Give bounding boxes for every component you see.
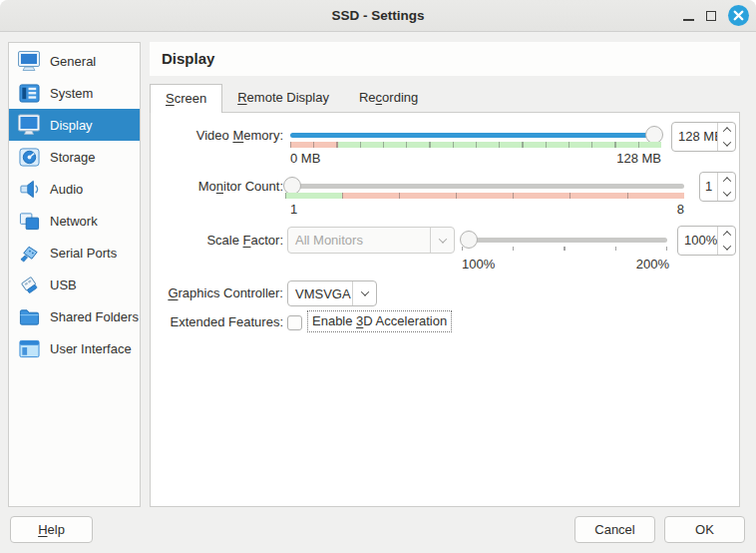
spin-down-icon[interactable] — [718, 241, 735, 255]
sidebar-item-user-interface[interactable]: User Interface — [9, 332, 140, 364]
scale-factor-range: 100% 200% — [462, 257, 669, 273]
video-memory-tickstrip — [290, 142, 661, 148]
monitor-count-label: Monitor Count: — [151, 178, 283, 196]
shared-folders-icon — [16, 304, 42, 328]
sidebar-item-network[interactable]: Network — [9, 205, 140, 237]
slider-track[interactable] — [462, 238, 667, 243]
sidebar-item-shared-folders[interactable]: Shared Folders — [9, 300, 140, 332]
sidebar-item-general[interactable]: General — [9, 45, 140, 77]
window-controls — [683, 0, 749, 31]
sidebar-item-label: Storage — [50, 150, 96, 165]
combo-value: VMSVGA — [288, 281, 352, 305]
extended-features-label: Extended Features: — [151, 313, 283, 331]
scale-factor-combo[interactable]: All Monitors — [287, 227, 455, 254]
sidebar-item-label: User Interface — [50, 341, 132, 356]
graphics-controller-combo[interactable]: VMSVGA — [287, 280, 377, 306]
tabbar: Screen Remote Display Recording — [150, 84, 433, 113]
sidebar-item-serial-ports[interactable]: Serial Ports — [9, 237, 140, 269]
monitor-count-tickstrip — [285, 193, 684, 199]
scale-factor-spinbox[interactable]: 100% — [677, 226, 736, 256]
spinbox-value[interactable]: 1 — [700, 173, 717, 201]
close-icon[interactable] — [728, 5, 749, 26]
audio-icon — [16, 177, 42, 201]
spinbox-value[interactable]: 100% — [678, 227, 717, 255]
sidebar-item-label: System — [50, 86, 93, 101]
general-icon — [16, 49, 42, 73]
monitor-count-spinbox[interactable]: 1 — [699, 172, 736, 202]
spinbox-value[interactable]: 128 MB — [672, 123, 717, 151]
tab-recording[interactable]: Recording — [344, 84, 433, 113]
sidebar-item-label: USB — [50, 277, 77, 292]
video-memory-spinbox[interactable]: 128 MB — [671, 122, 736, 152]
maximize-icon[interactable] — [706, 11, 716, 21]
chevron-down-icon — [430, 228, 454, 253]
sidebar-item-usb[interactable]: USB — [9, 269, 140, 300]
help-button[interactable]: Help — [10, 516, 93, 543]
slider-track[interactable] — [290, 133, 661, 138]
chevron-down-icon — [352, 281, 376, 305]
max-label: 128 MB — [616, 151, 661, 167]
screen-tab-panel: Video Memory: 0 MB 128 MB 128 MB Monitor… — [150, 112, 740, 507]
network-icon — [16, 209, 42, 233]
storage-icon — [16, 145, 42, 169]
spin-down-icon[interactable] — [718, 187, 735, 201]
video-memory-range: 0 MB 128 MB — [290, 151, 661, 167]
usb-icon — [16, 273, 42, 296]
sidebar-item-system[interactable]: System — [9, 77, 140, 109]
sidebar-item-label: Display — [50, 118, 93, 133]
window-title: SSD - Settings — [0, 0, 756, 31]
spin-up-icon[interactable] — [718, 123, 735, 137]
cancel-button[interactable]: Cancel — [574, 516, 655, 543]
min-label: 1 — [290, 202, 297, 218]
combo-value: All Monitors — [288, 228, 430, 253]
page-header: Display — [150, 42, 740, 76]
sidebar-item-storage[interactable]: Storage — [9, 141, 140, 173]
max-label: 200% — [636, 257, 669, 273]
sidebar-item-label: Audio — [50, 182, 83, 197]
slider-track[interactable] — [285, 184, 684, 189]
minimize-icon[interactable] — [683, 11, 694, 21]
enable-3d-label[interactable]: Enable 3D Acceleration — [308, 311, 451, 331]
spin-up-icon[interactable] — [718, 173, 735, 187]
serial-ports-icon — [16, 241, 42, 265]
video-memory-label: Video Memory: — [151, 127, 283, 145]
enable-3d-checkbox[interactable] — [287, 315, 302, 330]
tab-screen[interactable]: Screen — [150, 84, 222, 113]
display-icon — [16, 113, 42, 137]
scale-factor-tickmarks — [462, 247, 668, 251]
sidebar-item-label: Shared Folders — [50, 309, 139, 324]
sidebar-item-label: Network — [50, 214, 98, 229]
titlebar[interactable]: SSD - Settings — [0, 0, 756, 32]
spin-up-icon[interactable] — [718, 227, 735, 241]
settings-sidebar: General System Display Storage Audio — [8, 42, 141, 507]
sidebar-item-display[interactable]: Display — [9, 109, 140, 141]
user-interface-icon — [16, 336, 42, 360]
page-title: Display — [150, 42, 740, 76]
max-label: 8 — [677, 202, 684, 218]
min-label: 0 MB — [290, 151, 320, 167]
min-label: 100% — [462, 257, 495, 273]
settings-window: SSD - Settings General System D — [0, 0, 756, 553]
sidebar-item-label: General — [50, 54, 96, 69]
system-icon — [16, 81, 42, 105]
tab-remote-display[interactable]: Remote Display — [222, 84, 344, 113]
ok-button[interactable]: OK — [664, 516, 745, 543]
scale-factor-label: Scale Factor: — [151, 232, 283, 250]
monitor-count-range: 1 8 — [290, 202, 684, 218]
graphics-controller-label: Graphics Controller: — [151, 284, 283, 302]
sidebar-item-audio[interactable]: Audio — [9, 173, 140, 205]
sidebar-item-label: Serial Ports — [50, 246, 117, 261]
spin-down-icon[interactable] — [718, 137, 735, 151]
